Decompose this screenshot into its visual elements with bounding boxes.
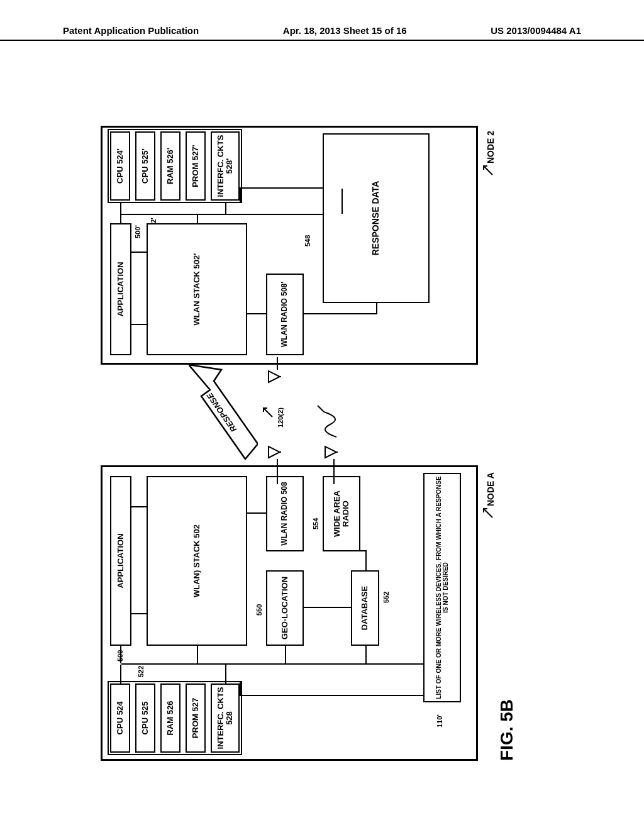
nodeA-db-ref: 552 [382, 592, 390, 603]
nodeA-cpu1: CPU 524 [110, 683, 130, 753]
node2-response-data: RESPONSE DATA [323, 133, 430, 303]
nodeA-cpu2: CPU 525 [135, 683, 155, 753]
node2-intf: INTERFC. CKTS 528' [211, 131, 240, 201]
nodeA-list-ref: 110' [436, 714, 443, 728]
node2-rd-ref: 548 [304, 235, 311, 246]
node2-title: NODE 2 [486, 131, 496, 163]
nodeA-wlan-stack: WLAN) STACK 502 [147, 476, 247, 646]
nodeA-list-box: LIST OF ONE OR MORE WIRELESS DEVICES, FR… [423, 473, 461, 702]
node2-wlan-stack: WLAN STACK 502' [147, 223, 247, 355]
nodeA-title: NODE A [486, 472, 496, 506]
header-center: Apr. 18, 2013 Sheet 15 of 16 [283, 25, 407, 36]
page-header: Patent Application Publication Apr. 18, … [0, 25, 644, 41]
node2-prom: PROM 527' [186, 131, 206, 201]
nodeA-wide-area-radio: WIDE AREA RADIO [323, 476, 360, 551]
node-2-container: APPLICATION CPU 524' CPU 525' RAM 526' P… [101, 126, 478, 365]
antenna-icon [267, 370, 281, 384]
antenna-icon [324, 445, 338, 459]
nodeA-database: DATABASE [351, 570, 379, 646]
nodeA-pointer-icon [481, 506, 494, 519]
signal-ref-pointer-icon [261, 406, 274, 418]
node2-cpu2: CPU 525' [135, 131, 155, 201]
node2-cpu1: CPU 524' [110, 131, 130, 201]
nodeA-prom: PROM 527 [186, 683, 206, 753]
antenna-icon [267, 445, 281, 459]
node2-bus-ref: 500' [134, 225, 142, 238]
nodeA-row-ref: 522 [137, 666, 145, 677]
radio-wave-icon [314, 402, 340, 440]
nodeA-ram: RAM 526 [160, 683, 180, 753]
figure-area: FIG. 5B CPU 524 CPU 525 RAM 526 PROM 527… [94, 119, 535, 767]
nodeA-wide-ref: 554 [312, 518, 319, 529]
node2-ram: RAM 526' [160, 131, 180, 201]
node2-pointer-icon [481, 163, 494, 176]
nodeA-application: APPLICATION [110, 476, 131, 646]
figure-label: FIG. 5B [497, 699, 517, 761]
nodeA-geo-location: GEO-LOCATION [266, 570, 304, 646]
node2-application: APPLICATION [110, 223, 131, 355]
nodeA-intf: INTERFC. CKTS 528 [211, 683, 240, 753]
node-a-container: CPU 524 CPU 525 RAM 526 PROM 527 INTERFC… [101, 465, 478, 761]
nodeA-geo-ref: 550 [255, 604, 263, 616]
signal-ref: 120(2) [277, 407, 284, 428]
node2-wlan-radio: WLAN RADIO 508' [266, 274, 304, 355]
nodeA-wlan-radio: WLAN RADIO 508 [266, 476, 304, 551]
header-left: Patent Application Publication [63, 25, 199, 36]
header-right: US 2013/0094484 A1 [491, 25, 581, 36]
